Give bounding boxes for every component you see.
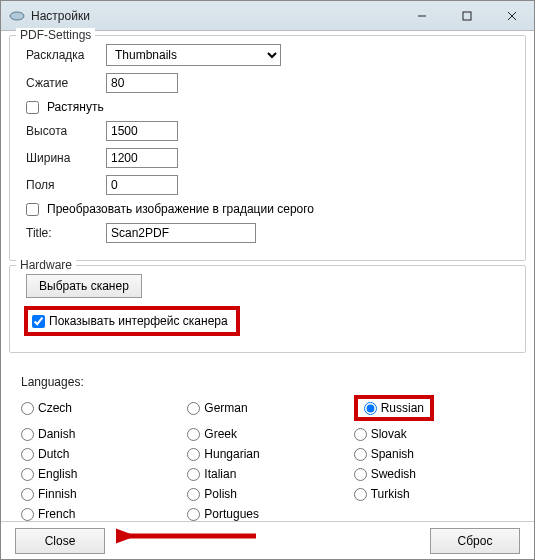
close-window-button[interactable] <box>489 1 534 30</box>
language-label: Swedish <box>371 467 416 481</box>
language-label: Greek <box>204 427 237 441</box>
language-item[interactable]: Turkish <box>354 487 514 501</box>
language-item[interactable]: Hungarian <box>187 447 347 461</box>
languages-grid: CzechGermanRussianDanishGreekSlovakDutch… <box>21 395 514 521</box>
language-item[interactable]: Spanish <box>354 447 514 461</box>
language-label: French <box>38 507 75 521</box>
grayscale-label: Преобразовать изображение в градации сер… <box>47 202 314 216</box>
show-interface-checkbox[interactable] <box>32 315 45 328</box>
language-radio-french[interactable] <box>21 508 34 521</box>
language-radio-danish[interactable] <box>21 428 34 441</box>
language-radio-slovak[interactable] <box>354 428 367 441</box>
content: PDF-Settings Раскладка Thumbnails Сжатие… <box>1 31 534 521</box>
language-item[interactable]: German <box>187 395 347 421</box>
language-label: Portugues <box>204 507 259 521</box>
language-radio-dutch[interactable] <box>21 448 34 461</box>
language-radio-polish[interactable] <box>187 488 200 501</box>
language-label: Turkish <box>371 487 410 501</box>
language-radio-spanish[interactable] <box>354 448 367 461</box>
language-radio-german[interactable] <box>187 402 200 415</box>
language-label: English <box>38 467 77 481</box>
language-label: German <box>204 401 247 415</box>
language-item[interactable]: Polish <box>187 487 347 501</box>
language-radio-hungarian[interactable] <box>187 448 200 461</box>
language-radio-portugues[interactable] <box>187 508 200 521</box>
select-scanner-button[interactable]: Выбрать сканер <box>26 274 142 298</box>
language-radio-finnish[interactable] <box>21 488 34 501</box>
window-buttons <box>399 1 534 30</box>
language-item[interactable]: Portugues <box>187 507 347 521</box>
svg-point-0 <box>10 12 24 20</box>
close-button[interactable]: Close <box>15 528 105 554</box>
pdf-settings-group: PDF-Settings Раскладка Thumbnails Сжатие… <box>9 35 526 261</box>
language-label: Hungarian <box>204 447 259 461</box>
titlebar: Настройки <box>1 1 534 31</box>
language-label: Russian <box>381 401 424 415</box>
app-icon <box>9 8 25 24</box>
svg-rect-2 <box>463 12 471 20</box>
language-item[interactable]: Italian <box>187 467 347 481</box>
hardware-group: Hardware Выбрать сканер Показывать интер… <box>9 265 526 353</box>
width-label: Ширина <box>20 151 106 165</box>
title-input[interactable] <box>106 223 256 243</box>
compress-label: Сжатие <box>20 76 106 90</box>
height-label: Высота <box>20 124 106 138</box>
minimize-button[interactable] <box>399 1 444 30</box>
language-item[interactable]: French <box>21 507 181 521</box>
language-label: Polish <box>204 487 237 501</box>
language-radio-greek[interactable] <box>187 428 200 441</box>
layout-select[interactable]: Thumbnails <box>106 44 281 66</box>
language-label: Finnish <box>38 487 77 501</box>
show-interface-label: Показывать интерфейс сканера <box>49 314 228 328</box>
language-item[interactable]: Dutch <box>21 447 181 461</box>
maximize-button[interactable] <box>444 1 489 30</box>
window-title: Настройки <box>31 9 399 23</box>
language-item[interactable]: Finnish <box>21 487 181 501</box>
language-item[interactable]: Danish <box>21 427 181 441</box>
language-label: Dutch <box>38 447 69 461</box>
language-label: Slovak <box>371 427 407 441</box>
grayscale-checkbox[interactable] <box>26 203 39 216</box>
layout-label: Раскладка <box>20 48 106 62</box>
highlight-show-interface: Показывать интерфейс сканера <box>24 306 240 336</box>
language-radio-swedish[interactable] <box>354 468 367 481</box>
pdf-legend: PDF-Settings <box>16 28 95 42</box>
language-item[interactable]: Czech <box>21 395 181 421</box>
language-item[interactable]: Swedish <box>354 467 514 481</box>
highlight-selected-language: Russian <box>354 395 434 421</box>
stretch-label: Растянуть <box>47 100 104 114</box>
language-label: Spanish <box>371 447 414 461</box>
language-item[interactable]: English <box>21 467 181 481</box>
width-input[interactable] <box>106 148 178 168</box>
title-label: Title: <box>20 226 106 240</box>
language-radio-russian[interactable] <box>364 402 377 415</box>
footer: Close Сброс <box>1 521 534 559</box>
stretch-checkbox[interactable] <box>26 101 39 114</box>
compress-input[interactable] <box>106 73 178 93</box>
margins-input[interactable] <box>106 175 178 195</box>
hardware-legend: Hardware <box>16 258 76 272</box>
language-label: Danish <box>38 427 75 441</box>
reset-button[interactable]: Сброс <box>430 528 520 554</box>
language-label: Czech <box>38 401 72 415</box>
height-input[interactable] <box>106 121 178 141</box>
settings-window: Настройки PDF-Settings Раскладка Thumbna… <box>0 0 535 560</box>
language-radio-italian[interactable] <box>187 468 200 481</box>
languages-group: Languages: CzechGermanRussianDanishGreek… <box>9 375 526 521</box>
language-item[interactable]: Greek <box>187 427 347 441</box>
language-radio-turkish[interactable] <box>354 488 367 501</box>
language-item[interactable]: Slovak <box>354 427 514 441</box>
language-radio-czech[interactable] <box>21 402 34 415</box>
language-label: Italian <box>204 467 236 481</box>
margins-label: Поля <box>20 178 106 192</box>
language-radio-english[interactable] <box>21 468 34 481</box>
languages-label: Languages: <box>21 375 514 389</box>
